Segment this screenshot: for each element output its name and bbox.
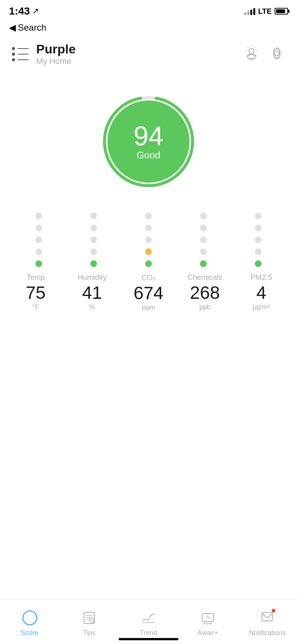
dot: [255, 248, 262, 255]
awair-tab-icon: [200, 610, 216, 626]
svg-point-10: [275, 51, 279, 56]
menu-line: [18, 48, 29, 49]
score-section: 94 Good: [0, 71, 297, 205]
sensor-humidity-name: Humidity: [78, 273, 107, 282]
status-left: 1:43 ↗: [9, 5, 39, 17]
sensor-pm25-name: PM2.5: [250, 273, 272, 282]
sensor-co2-unit: ppm: [142, 304, 155, 312]
settings-button[interactable]: [269, 45, 285, 63]
dot: [255, 213, 262, 219]
trend-icon: [141, 610, 156, 625]
back-navigation[interactable]: ◀ Search: [0, 21, 297, 37]
dot: [255, 225, 262, 231]
sensor-section: Temp 75 °F Humidity 41 % CO₂ 674 ppm Che…: [0, 205, 297, 323]
menu-row-1: [12, 47, 29, 50]
dot: [200, 248, 207, 255]
notifications-badge: [271, 608, 276, 613]
menu-button[interactable]: [12, 47, 29, 61]
menu-line: [18, 59, 29, 60]
tab-score[interactable]: Score: [0, 610, 59, 637]
back-label: Search: [18, 22, 46, 33]
back-button[interactable]: ◀ Search: [9, 22, 288, 33]
dot-yellow: [145, 248, 152, 255]
location-icon: ↗: [32, 6, 39, 16]
sensor-humidity-unit: %: [89, 303, 95, 311]
dot: [145, 213, 152, 219]
dot-green: [200, 260, 207, 267]
tab-awair-label: Awair+: [198, 629, 218, 637]
tab-notifications-label: Notifications: [249, 629, 285, 637]
dot: [145, 225, 152, 231]
awair-icon: [200, 610, 215, 625]
sensor-co2-name: CO₂: [141, 273, 156, 282]
header: Purple My Home: [0, 37, 297, 71]
dot: [90, 236, 97, 243]
battery-icon: [275, 8, 288, 15]
sensor-temp-value: 75: [26, 284, 46, 302]
status-time: 1:43: [9, 5, 30, 17]
header-left: Purple My Home: [12, 42, 76, 66]
sensor-values: Temp 75 °F Humidity 41 % CO₂ 674 ppm Che…: [0, 273, 297, 312]
tips-icon: [82, 610, 97, 625]
tab-score-label: Score: [21, 629, 38, 637]
notifications-tab-icon: [259, 610, 275, 626]
lte-label: LTE: [258, 7, 272, 16]
battery-fill: [276, 9, 285, 13]
svg-line-6: [255, 47, 256, 48]
weather-button[interactable]: [243, 45, 260, 63]
sensor-co2-value: 674: [134, 284, 163, 302]
header-title-block: Purple My Home: [36, 42, 76, 66]
dot: [90, 225, 97, 231]
sensor-temp-name: Temp: [26, 273, 45, 282]
svg-rect-20: [202, 613, 213, 622]
dot: [200, 225, 207, 231]
back-arrow-icon: ◀: [9, 22, 16, 33]
sensor-column-chemicals: [200, 213, 207, 267]
sensor-dots-grid: [0, 213, 297, 267]
tab-notifications[interactable]: Notifications: [238, 610, 297, 637]
sensor-chemicals: Chemicals 268 ppb: [186, 273, 223, 312]
tab-awair[interactable]: Awair+: [178, 610, 238, 637]
tips-tab-icon: [81, 610, 97, 626]
svg-point-1: [247, 54, 256, 59]
sensor-column-pm25: [255, 213, 262, 267]
dot: [255, 236, 262, 243]
sensor-pm25-unit: μg/m³: [253, 303, 270, 311]
sensor-column-co2: [145, 213, 152, 267]
notifications-icon-wrap: [260, 610, 275, 626]
sensor-temp-unit: °F: [32, 303, 39, 311]
sensor-humidity: Humidity 41 %: [74, 273, 111, 312]
status-bar: 1:43 ↗ LTE: [0, 0, 297, 21]
menu-row-3: [12, 58, 29, 61]
dot: [35, 225, 42, 231]
trend-tab-icon: [140, 610, 157, 626]
tab-tips[interactable]: Tips: [59, 610, 119, 637]
tab-trend[interactable]: Trend: [119, 610, 178, 637]
tab-trend-label: Trend: [140, 629, 157, 637]
dot: [200, 213, 207, 219]
settings-icon: [269, 45, 285, 62]
sensor-temp: Temp 75 °F: [17, 273, 54, 312]
tab-bar: Score Tips Trend: [0, 599, 297, 644]
dot-green: [35, 260, 42, 267]
score-circle-icon: [22, 610, 37, 625]
header-subtitle: My Home: [36, 56, 76, 66]
svg-line-2: [249, 59, 250, 60]
tab-tips-label: Tips: [83, 629, 95, 637]
dot: [90, 213, 97, 219]
dot: [35, 213, 42, 219]
sensor-humidity-value: 41: [82, 284, 102, 302]
dot-green: [145, 260, 152, 267]
dot: [145, 236, 152, 243]
svg-line-4: [253, 59, 254, 60]
score-label: Good: [137, 149, 160, 161]
sensor-co2: CO₂ 674 ppm: [130, 273, 167, 312]
svg-rect-22: [262, 613, 272, 621]
header-title: Purple: [36, 42, 76, 56]
sensor-pm25: PM2.5 4 μg/m³: [243, 273, 280, 312]
dot: [200, 236, 207, 243]
sensor-pm25-value: 4: [256, 284, 266, 302]
header-right: [243, 45, 285, 63]
weather-icon: [243, 45, 260, 62]
sensor-chemicals-value: 268: [190, 284, 220, 302]
